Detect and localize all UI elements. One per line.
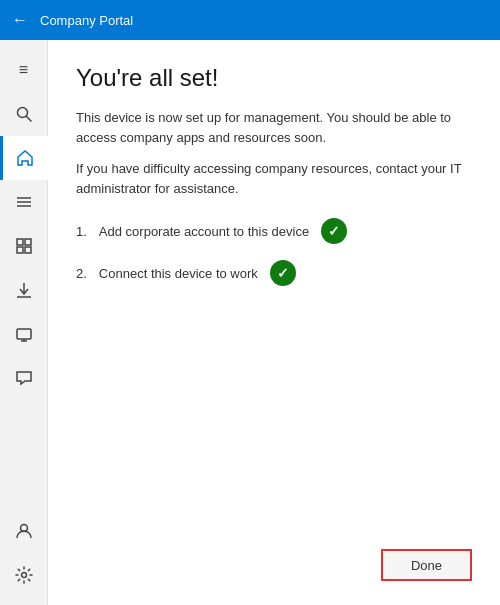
settings-icon (15, 566, 33, 584)
menu-icon: ≡ (19, 61, 28, 79)
device-icon (15, 325, 33, 343)
home-icon (16, 149, 34, 167)
list-icon (15, 193, 33, 211)
back-button[interactable]: ← (12, 11, 28, 29)
step-1-check-icon (321, 218, 347, 244)
page-title: You're all set! (76, 64, 472, 92)
sidebar-item-list[interactable] (0, 180, 48, 224)
sidebar-item-menu[interactable]: ≡ (0, 48, 48, 92)
step-1-label: Add corporate account to this device (99, 224, 309, 239)
sidebar-item-download[interactable] (0, 268, 48, 312)
sidebar-bottom (0, 509, 48, 597)
step-2-text: 2. (76, 266, 87, 281)
search-icon (15, 105, 33, 123)
step-item-2: 2. Connect this device to work (76, 260, 472, 286)
svg-rect-6 (25, 239, 31, 245)
svg-rect-8 (25, 247, 31, 253)
app-container: ← Company Portal ≡ (0, 0, 500, 605)
step-item-1: 1. Add corporate account to this device (76, 218, 472, 244)
sidebar: ≡ (0, 40, 48, 605)
sidebar-item-chat[interactable] (0, 356, 48, 400)
step-2-label: Connect this device to work (99, 266, 258, 281)
done-button[interactable]: Done (381, 549, 472, 581)
app-title: Company Portal (40, 13, 133, 28)
sidebar-item-settings[interactable] (0, 553, 48, 597)
svg-rect-5 (17, 239, 23, 245)
content-area: You're all set! This device is now set u… (48, 40, 500, 605)
description-text-2: If you have difficulty accessing company… (76, 159, 472, 198)
svg-rect-7 (17, 247, 23, 253)
chat-icon (15, 369, 33, 387)
user-icon (15, 522, 33, 540)
sidebar-item-grid[interactable] (0, 224, 48, 268)
step-2-check-icon (270, 260, 296, 286)
sidebar-item-home[interactable] (0, 136, 48, 180)
svg-rect-11 (17, 329, 31, 339)
footer: Done (76, 529, 472, 581)
grid-icon (15, 237, 33, 255)
steps-container: 1. Add corporate account to this device … (76, 218, 472, 302)
svg-line-1 (26, 117, 31, 122)
sidebar-item-user[interactable] (0, 509, 48, 553)
step-1-text: 1. (76, 224, 87, 239)
sidebar-item-search[interactable] (0, 92, 48, 136)
svg-point-15 (21, 573, 26, 578)
sidebar-item-device[interactable] (0, 312, 48, 356)
description-text-1: This device is now set up for management… (76, 108, 472, 147)
main-layout: ≡ (0, 40, 500, 605)
download-icon (15, 281, 33, 299)
title-bar: ← Company Portal (0, 0, 500, 40)
